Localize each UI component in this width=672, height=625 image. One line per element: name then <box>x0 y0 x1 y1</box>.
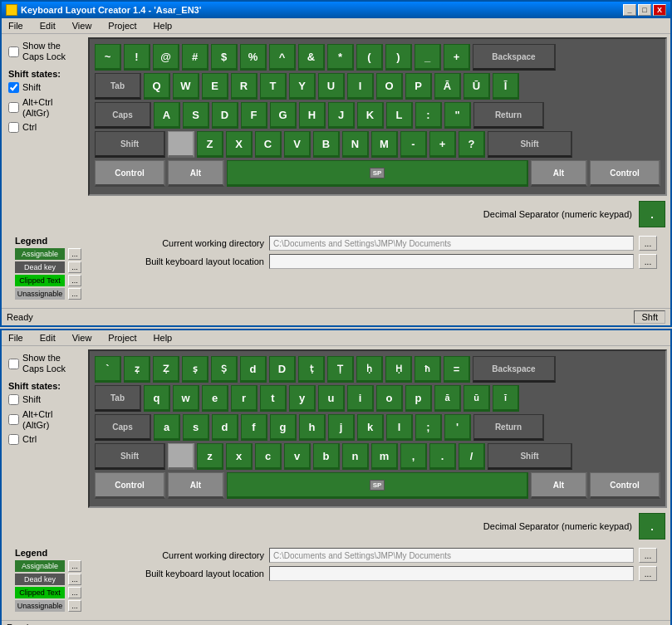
key-q[interactable]: Q <box>144 73 170 100</box>
key2-amacron[interactable]: ā <box>434 385 461 412</box>
key-hash[interactable]: # <box>182 44 208 71</box>
key2-comma[interactable]: , <box>400 443 427 470</box>
key2-a[interactable]: a <box>154 414 180 441</box>
key-quote[interactable]: " <box>444 102 471 129</box>
key2-s-dot[interactable]: ṣ <box>182 356 208 383</box>
ctrl-checkbox[interactable] <box>8 122 19 133</box>
key-space[interactable]: SP <box>227 160 528 187</box>
key-star[interactable]: * <box>327 44 354 71</box>
key2-z[interactable]: z <box>197 443 223 470</box>
menu-edit-2[interactable]: Edit <box>37 332 59 344</box>
key2-b[interactable]: b <box>313 443 340 470</box>
key-z[interactable]: Z <box>197 131 223 158</box>
key2-h[interactable]: h <box>299 414 326 441</box>
key-g[interactable]: G <box>270 102 297 129</box>
layout-loc-input[interactable] <box>269 254 634 269</box>
key-alt-right[interactable]: Alt <box>531 160 587 187</box>
shift-checkbox[interactable] <box>8 82 19 93</box>
caps-lock-checkbox-2[interactable] <box>8 359 19 369</box>
legend-deadkey-btn-2[interactable]: ... <box>68 574 81 585</box>
key2-i[interactable]: i <box>347 385 374 412</box>
key2-backspace[interactable]: Backspace <box>473 356 556 383</box>
key-caps[interactable]: Caps <box>95 102 151 129</box>
key2-z-dot[interactable]: ẓ <box>124 356 150 383</box>
key-m[interactable]: M <box>371 131 398 158</box>
key2-umacron[interactable]: ū <box>464 385 490 412</box>
menu-edit[interactable]: Edit <box>37 20 59 32</box>
key2-k[interactable]: k <box>357 414 384 441</box>
working-dir-browse[interactable]: ... <box>639 236 657 251</box>
key-amp[interactable]: & <box>298 44 325 71</box>
menu-help[interactable]: Help <box>150 20 176 32</box>
key2-shift-right[interactable]: Shift <box>488 443 572 470</box>
key-v[interactable]: V <box>284 131 311 158</box>
key-return[interactable]: Return <box>473 102 544 129</box>
key2-T-dot[interactable]: Ṭ <box>327 356 354 383</box>
altctrl-checkbox-2[interactable] <box>8 414 19 425</box>
key-percent[interactable]: % <box>240 44 267 71</box>
close-button[interactable]: X <box>653 4 666 16</box>
key-alt-left[interactable]: Alt <box>168 160 224 187</box>
decimal-key-2[interactable]: . <box>639 513 665 540</box>
key2-q[interactable]: q <box>144 385 170 412</box>
key2-space[interactable]: SP <box>227 472 528 499</box>
menu-project[interactable]: Project <box>105 20 140 32</box>
key-c[interactable]: C <box>255 131 282 158</box>
key2-hbar[interactable]: ħ <box>414 356 441 383</box>
key-underscore[interactable]: _ <box>414 44 441 71</box>
key2-ctrl-left[interactable]: Control <box>95 472 165 499</box>
key2-h-dot[interactable]: ḥ <box>356 356 383 383</box>
maximize-button[interactable]: □ <box>638 4 651 16</box>
key2-o[interactable]: o <box>376 385 403 412</box>
key-t[interactable]: T <box>260 73 287 100</box>
key-plus[interactable]: + <box>444 44 470 71</box>
key2-slash[interactable]: / <box>459 443 485 470</box>
key2-v[interactable]: v <box>284 443 311 470</box>
working-dir-input-2[interactable] <box>269 548 634 563</box>
key2-d2[interactable]: d <box>212 414 238 441</box>
key2-t-dot[interactable]: ṭ <box>298 356 325 383</box>
key2-alt-right[interactable]: Alt <box>531 472 587 499</box>
key2-x[interactable]: x <box>226 443 253 470</box>
caps-lock-checkbox[interactable] <box>8 46 19 57</box>
key-ctrl-right[interactable]: Control <box>590 160 660 187</box>
key2-backtick[interactable]: ` <box>95 356 121 383</box>
menu-file-2[interactable]: File <box>5 332 27 344</box>
key-k[interactable]: K <box>357 102 384 129</box>
key2-H-dot[interactable]: Ḥ <box>385 356 412 383</box>
key2-y[interactable]: y <box>289 385 316 412</box>
key-h[interactable]: H <box>299 102 326 129</box>
legend-deadkey-btn[interactable]: ... <box>68 261 81 273</box>
key-i[interactable]: I <box>347 73 374 100</box>
ctrl-checkbox-2[interactable] <box>8 434 19 445</box>
legend-assignable-btn[interactable]: ... <box>68 248 81 260</box>
key2-D[interactable]: D <box>269 356 296 383</box>
key2-m[interactable]: m <box>371 443 398 470</box>
key-n[interactable]: N <box>342 131 369 158</box>
key2-d[interactable]: d <box>240 356 267 383</box>
key-a[interactable]: A <box>154 102 180 129</box>
key2-Z-dot[interactable]: Ẓ <box>153 356 179 383</box>
key2-semicolon[interactable]: ; <box>415 414 442 441</box>
key2-ctrl-right[interactable]: Control <box>590 472 660 499</box>
key-y[interactable]: Y <box>289 73 316 100</box>
key2-f[interactable]: f <box>241 414 267 441</box>
key-amacron-upper[interactable]: Ā <box>434 73 461 100</box>
working-dir-input[interactable] <box>269 236 634 251</box>
layout-loc-browse-2[interactable]: ... <box>639 566 657 581</box>
key-rparen[interactable]: ) <box>385 44 412 71</box>
key-minus[interactable]: - <box>400 131 427 158</box>
menu-file[interactable]: File <box>5 20 27 32</box>
key2-imacron[interactable]: ī <box>493 385 519 412</box>
key-s[interactable]: S <box>183 102 209 129</box>
key-shift-left[interactable]: Shift <box>95 131 165 158</box>
layout-loc-browse[interactable]: ... <box>639 254 657 269</box>
key-exclaim[interactable]: ! <box>124 44 150 71</box>
altctrl-checkbox[interactable] <box>8 102 19 113</box>
key-u[interactable]: U <box>318 73 345 100</box>
key-x[interactable]: X <box>226 131 253 158</box>
key-ctrl-left[interactable]: Control <box>95 160 165 187</box>
legend-clipped-btn-2[interactable]: ... <box>68 587 81 598</box>
key2-j[interactable]: j <box>328 414 355 441</box>
key-caret[interactable]: ^ <box>269 44 296 71</box>
